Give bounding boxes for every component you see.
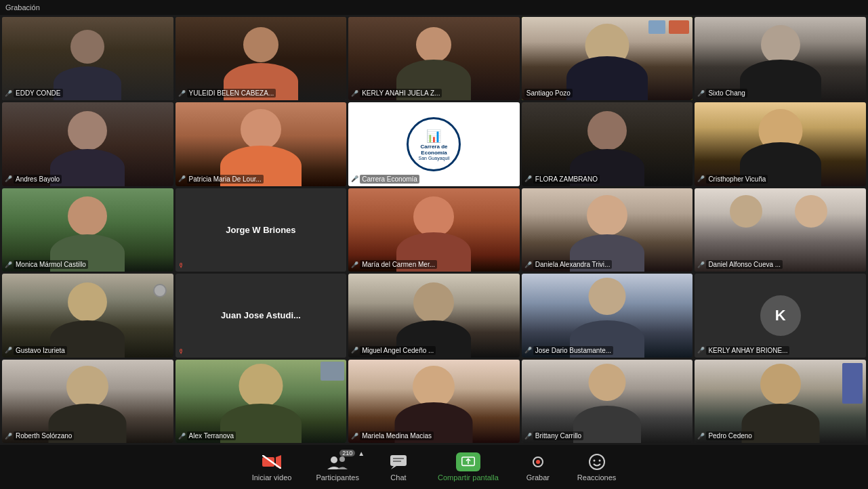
video-cell-13: 🎤 María del Carmen Mer...	[348, 188, 520, 272]
svg-point-4	[339, 456, 345, 462]
participant-name-3: 🎤 KERLY ANAHI JUELA Z...	[351, 89, 442, 98]
mic-icon-25: 🎤	[697, 433, 705, 440]
video-cell-14: 🎤 Daniela Alexandra Trivi...	[522, 188, 693, 272]
mic-icon-22: 🎤	[178, 433, 186, 440]
mic-icon-5: 🎤	[697, 90, 705, 97]
video-cell-21: 🎤 Roberth Solórzano	[2, 360, 173, 443]
video-cell-20: K 🎤 KERLY ANHAY BRIONE...	[695, 274, 866, 357]
video-cell-18: 🎤 Miguel Angel Cedeño ...	[348, 274, 520, 357]
participant-name-25: 🎤 Pedro Cedeno	[697, 431, 754, 440]
participant-name-9: 🎤 FLORA ZAMBRANO	[524, 175, 600, 184]
video-cell-17: Juan Jose Astudi... 🎙	[175, 274, 347, 357]
mic-icon-24: 🎤	[524, 433, 532, 440]
video-cell-25: 🎤 Pedro Cedeno	[695, 360, 866, 443]
video-cell-4: Santiago Pozo	[522, 17, 693, 100]
video-cell-1: 🎤 EDDY CONDE	[2, 17, 173, 100]
mic-icon-8: 🎤	[351, 175, 358, 182]
participant-name-5: 🎤 Sixto Chang	[697, 89, 747, 98]
chat-button-label: Chat	[390, 473, 406, 482]
chat-icon-wrap	[386, 452, 411, 471]
share-screen-icon	[461, 455, 475, 469]
logo-inner: 📊 Carrera de Economía San Guayaquil	[407, 117, 461, 171]
mic-icon-12: 🎙	[178, 262, 184, 269]
mic-icon-14: 🎤	[524, 261, 532, 268]
reactions-icon	[588, 453, 606, 471]
participant-name-13: 🎤 María del Carmen Mer...	[351, 260, 437, 269]
recording-label: Grabación	[5, 3, 40, 12]
video-cell-22: 🎤 Alex Terranova	[175, 360, 347, 443]
participants-button[interactable]: 210 ▲ Participantes	[304, 452, 371, 482]
video-cell-23: 🎤 Mariela Medina Macias	[348, 360, 520, 443]
participant-name-22: 🎤 Alex Terranova	[178, 431, 236, 440]
mic-icon-10: 🎤	[697, 175, 705, 182]
reactions-button[interactable]: Reacciones	[565, 452, 628, 482]
video-cell-9: 🎤 FLORA ZAMBRANO	[522, 102, 693, 186]
mic-icon-1: 🎤	[5, 90, 12, 97]
svg-marker-6	[391, 466, 396, 469]
video-cell-19: 🎤 Jose Dario Bustamante...	[522, 274, 693, 357]
share-icon-wrap	[456, 452, 480, 471]
participant-name-20: 🎤 KERLY ANHAY BRIONE...	[697, 346, 789, 355]
video-button[interactable]: Iniciar video	[240, 452, 304, 482]
participants-icon-wrap: 210 ▲	[325, 452, 350, 471]
reactions-button-label: Reacciones	[577, 473, 616, 482]
participant-name-12: 🎙	[178, 262, 184, 269]
mic-icon-21: 🎤	[5, 433, 12, 440]
reactions-icon-wrap	[585, 452, 609, 471]
participant-name-21: 🎤 Roberth Solórzano	[5, 431, 74, 440]
svg-point-12	[536, 460, 540, 464]
mic-icon-19: 🎤	[524, 347, 532, 354]
video-cell-8: 📊 Carrera de Economía San Guayaquil 🎤 Ca…	[348, 102, 520, 186]
chat-button[interactable]: Chat	[371, 452, 426, 482]
participant-name-14: 🎤 Daniela Alexandra Trivi...	[524, 260, 613, 269]
participant-name-10: 🎤 Cristhopher Vicuña	[697, 175, 768, 184]
video-cell-15: 🎤 Daniel Alfonso Cueva ...	[695, 188, 866, 272]
mic-icon-7: 🎤	[178, 175, 186, 182]
mic-icon-11: 🎤	[5, 261, 12, 268]
record-icon-wrap	[526, 452, 550, 471]
participants-icon	[327, 454, 348, 469]
chat-icon	[390, 454, 407, 469]
name-only-12: Jorge W Briones	[175, 188, 347, 272]
participant-name-8: 🎤 Carrera Economía	[351, 175, 419, 184]
participant-count: 210	[339, 450, 355, 456]
svg-rect-5	[390, 455, 407, 466]
participant-name-23: 🎤 Mariela Medina Macias	[351, 431, 434, 440]
svg-point-3	[331, 456, 337, 463]
participant-name-19: 🎤 Jose Dario Bustamante...	[524, 346, 613, 355]
video-cell-5: 🎤 Sixto Chang	[695, 17, 866, 100]
video-button-label: Iniciar video	[252, 473, 292, 482]
record-button[interactable]: Grabar	[511, 452, 565, 482]
video-cell-3: 🎤 KERLY ANAHI JUELA Z...	[348, 17, 520, 100]
mic-icon-15: 🎤	[697, 261, 705, 268]
name-only-17: Juan Jose Astudi...	[175, 274, 347, 357]
mic-icon-2: 🎤	[178, 90, 186, 97]
mic-icon-16: 🎤	[5, 347, 12, 354]
avatar-20: K	[760, 295, 801, 336]
mic-icon-20: 🎤	[697, 347, 705, 354]
mic-icon-9: 🎤	[524, 175, 532, 182]
participant-name-4: Santiago Pozo	[524, 89, 573, 98]
participant-name-1: 🎤 EDDY CONDE	[5, 89, 63, 98]
mic-icon-3: 🎤	[351, 90, 358, 97]
mic-icon-17: 🎙	[178, 348, 184, 355]
svg-point-13	[590, 454, 604, 469]
participant-name-6: 🎤 Andres Bayolo	[5, 175, 62, 184]
toolbar: Iniciar video 210 ▲ Participantes Chat	[0, 445, 868, 489]
mic-icon-23: 🎤	[351, 433, 358, 440]
video-cell-11: 🎤 Monica Mármol Castillo	[2, 188, 173, 272]
participant-name-2: 🎤 YULEIDI BELEN CABEZA...	[178, 89, 276, 98]
video-cell-6: 🎤 Andres Bayolo	[2, 102, 173, 186]
share-button-label: Compartir pantalla	[438, 473, 499, 482]
mic-icon-6: 🎤	[5, 175, 12, 182]
video-cell-16: 🎤 Gustavo Izurieta	[2, 274, 173, 357]
share-screen-button[interactable]: Compartir pantalla	[426, 452, 511, 482]
participant-name-11: 🎤 Monica Mármol Castillo	[5, 260, 88, 269]
mic-icon-13: 🎤	[351, 261, 358, 268]
video-cell-12: Jorge W Briones 🎙	[175, 188, 347, 272]
avatar-placeholder-20: K	[695, 274, 866, 357]
participant-name-15: 🎤 Daniel Alfonso Cueva ...	[697, 260, 783, 269]
participant-name-24: 🎤 Brittany Carrillo	[524, 431, 583, 440]
svg-point-14	[593, 460, 595, 462]
participants-button-label: Participantes	[316, 473, 359, 482]
